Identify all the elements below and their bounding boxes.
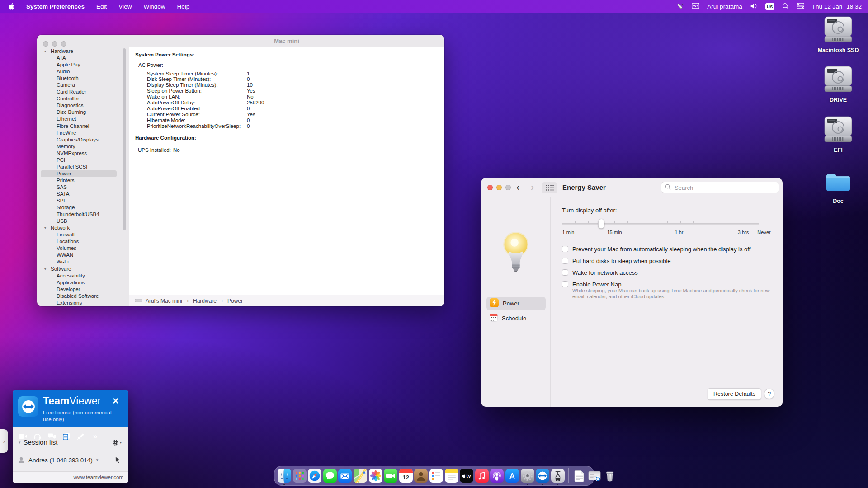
sidebar-item[interactable]: Card Reader — [37, 89, 129, 95]
minimize-button[interactable] — [52, 41, 57, 47]
menu-help[interactable]: Help — [177, 3, 189, 10]
sidebar-item[interactable]: FireWire — [37, 130, 129, 136]
sidebar-item[interactable]: Accessibility — [37, 272, 129, 279]
teamviewer-website-link[interactable]: www.teamviewer.com — [13, 471, 128, 483]
sidebar-item[interactable]: Camera — [37, 82, 129, 89]
sidebar-item[interactable]: ATA — [37, 55, 129, 61]
dock-calendar[interactable]: 12 — [399, 469, 413, 483]
remote-control-icon[interactable] — [114, 456, 121, 465]
menu-window[interactable]: Window — [143, 3, 165, 10]
dock-mail[interactable] — [338, 469, 352, 483]
dock-messages[interactable] — [323, 469, 337, 483]
search-field[interactable] — [661, 182, 779, 193]
close-icon[interactable]: × — [113, 396, 118, 406]
sidebar-item[interactable]: Printers — [37, 177, 129, 184]
dock-photos[interactable] — [369, 469, 382, 483]
sidebar-item[interactable]: Graphics/Displays — [37, 136, 129, 143]
menu-edit[interactable]: Edit — [96, 3, 107, 10]
dock-minimized-window[interactable] — [588, 469, 601, 483]
sidebar-item[interactable]: Firewall — [37, 231, 129, 238]
search-input[interactable] — [674, 184, 775, 192]
dock-facetime[interactable] — [384, 469, 397, 483]
dock-podcasts[interactable] — [490, 469, 504, 483]
restore-defaults-button[interactable]: Restore Defaults — [708, 388, 761, 400]
sidebar-group-hardware[interactable]: ▾Hardware — [37, 48, 129, 55]
sidebar-item[interactable]: Locations — [37, 238, 129, 245]
sidebar-item[interactable]: Parallel SCSI — [37, 164, 129, 170]
sidebar-item[interactable]: Bluetooth — [37, 75, 129, 82]
search-icon[interactable] — [782, 3, 789, 11]
sidebar-item[interactable]: Audio — [37, 68, 129, 75]
sidebar-group-network[interactable]: ▾Network — [37, 225, 129, 231]
session-settings-button[interactable]: ▾ — [112, 439, 122, 446]
sidebar-item-power[interactable]: Power — [486, 297, 546, 310]
sidebar-item[interactable]: Disabled Software — [37, 293, 129, 300]
minimize-button[interactable] — [496, 185, 502, 190]
sidebar-item[interactable]: SPI — [37, 197, 129, 204]
sidebar-item[interactable]: Diagnostics — [37, 102, 129, 109]
apple-menu-icon[interactable] — [8, 3, 14, 10]
desktop-icon-doc-folder[interactable]: Doc — [815, 173, 862, 204]
sidebar-item[interactable]: Storage — [37, 204, 129, 211]
sidebar-item-power-selected[interactable]: Power — [41, 170, 117, 177]
whiteboard-button[interactable] — [76, 432, 85, 440]
dock-reminders[interactable] — [429, 469, 443, 483]
sidebar-item[interactable]: Volumes — [37, 245, 129, 252]
checkbox[interactable] — [562, 281, 568, 287]
help-button[interactable]: ? — [764, 389, 774, 399]
close-button[interactable] — [43, 41, 48, 47]
sidebar-item[interactable]: Extensions — [37, 300, 129, 306]
teamviewer-menubar-icon[interactable] — [676, 2, 684, 11]
dock-apple-tv[interactable]: tv — [460, 469, 473, 483]
desktop-icon-drive[interactable]: DRIVE — [815, 66, 862, 103]
sidebar-group-software[interactable]: ▾Software — [37, 266, 129, 272]
dock-notes[interactable] — [445, 469, 458, 483]
dock-music[interactable] — [475, 469, 489, 483]
desktop-icon-efi[interactable]: EFI — [815, 116, 862, 153]
back-button[interactable]: ‹ — [516, 178, 519, 197]
show-all-preferences-button[interactable] — [542, 182, 557, 193]
dock-minimized-document[interactable] — [573, 469, 586, 483]
volume-icon[interactable] — [750, 3, 758, 11]
keyboard-layout-badge[interactable]: US — [765, 3, 774, 10]
sidebar-item[interactable]: Disc Burning — [37, 109, 129, 116]
sidebar-item[interactable]: SATA — [37, 191, 129, 197]
menubar-clock[interactable]: Thu 12 Jan18.32 — [812, 3, 862, 10]
sidebar-item[interactable]: Developer — [37, 286, 129, 293]
menubar-app-name[interactable]: System Preferences — [26, 3, 85, 10]
slider-knob[interactable] — [598, 219, 604, 229]
session-client-row[interactable]: Andres (1 048 393 014) ▾ — [18, 456, 98, 464]
desktop-icon-macintosh-ssd[interactable]: Macintosh SSD — [815, 16, 862, 53]
dock-finder[interactable] — [278, 469, 291, 483]
sidebar-item[interactable]: SAS — [37, 184, 129, 191]
file-transfer-button[interactable] — [62, 432, 71, 440]
sidebar-item[interactable]: NVMExpress — [37, 150, 129, 157]
sidebar-item[interactable]: USB — [37, 218, 129, 225]
dock-contacts[interactable] — [414, 469, 428, 483]
dock-launchpad[interactable] — [293, 469, 307, 483]
sidebar-item[interactable]: Applications — [37, 279, 129, 286]
sidebar-item[interactable]: Ethernet — [37, 116, 129, 122]
dock-teamviewer[interactable] — [536, 469, 549, 483]
sidebar-item[interactable]: Apple Pay — [37, 61, 129, 68]
sidebar-item[interactable]: Memory — [37, 143, 129, 150]
dock-system-preferences[interactable] — [521, 469, 534, 483]
dock-maps[interactable] — [354, 469, 367, 483]
session-list-header[interactable]: ▾ Session list — [19, 438, 57, 446]
checkbox-wake-network[interactable]: Wake for network access — [562, 269, 638, 276]
stats-menubar-icon[interactable] — [692, 3, 699, 10]
sidebar-item[interactable]: Wi-Fi — [37, 258, 129, 265]
checkbox-prevent-sleep[interactable]: Prevent your Mac from automatically slee… — [562, 245, 750, 253]
checkbox[interactable] — [562, 258, 568, 264]
close-button[interactable] — [487, 185, 493, 190]
checkbox-power-nap[interactable]: Enable Power Nap — [562, 281, 621, 288]
sidebar-item[interactable]: PCI — [37, 157, 129, 164]
sidebar-item-schedule[interactable]: Schedule — [486, 312, 546, 325]
checkbox[interactable] — [562, 269, 568, 276]
sidebar-item[interactable]: Thunderbolt/USB4 — [37, 211, 129, 218]
display-sleep-slider[interactable] — [562, 223, 760, 225]
menubar-username[interactable]: Arul pratama — [707, 3, 742, 10]
dock-trash[interactable] — [603, 469, 617, 483]
sidebar-scrollbar[interactable] — [123, 48, 126, 230]
control-center-icon[interactable] — [797, 3, 804, 10]
